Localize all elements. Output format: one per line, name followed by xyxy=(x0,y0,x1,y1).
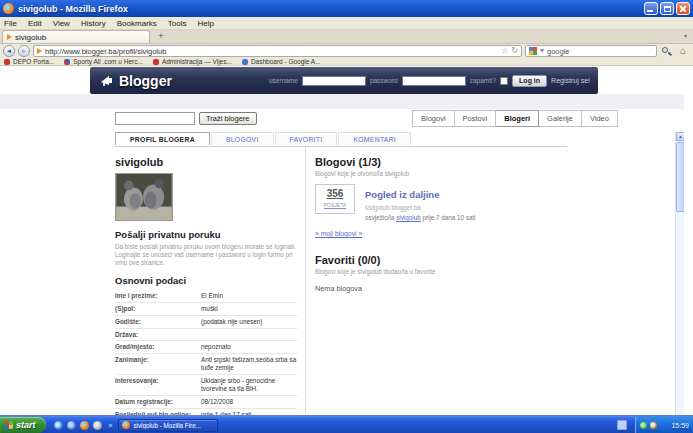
close-button[interactable] xyxy=(676,2,690,15)
blogger-search-button[interactable]: Traži blogere xyxy=(199,112,257,125)
reload-icon[interactable]: ↻ xyxy=(511,46,518,56)
menu-view[interactable]: View xyxy=(53,19,70,28)
screen: sivigolub - Mozilla Firefox File Edit Vi… xyxy=(0,0,693,433)
remember-checkbox[interactable] xyxy=(500,77,508,85)
tray-antivirus-icon[interactable] xyxy=(640,422,647,429)
start-button[interactable]: start xyxy=(0,417,46,433)
my-blogs-link[interactable]: » moji blogovi » xyxy=(315,230,362,237)
google-icon[interactable] xyxy=(529,47,537,55)
favorites-empty: Nema blogova xyxy=(315,284,573,293)
tab-strip: sivigolub + ▾ xyxy=(0,30,693,44)
firefox-icon[interactable] xyxy=(80,421,89,430)
page-icon xyxy=(7,34,12,40)
new-tab-button[interactable]: + xyxy=(153,31,169,43)
taskbar-window-button[interactable]: sivigolub - Mozilla Fire... xyxy=(118,419,218,432)
tab-blogeri[interactable]: Blogeri xyxy=(496,110,539,127)
menu-tools[interactable]: Tools xyxy=(168,19,187,28)
table-row: Godište: (podatak nije unesen) xyxy=(115,316,297,329)
window-title: sivigolub - Mozilla Firefox xyxy=(18,4,644,14)
system-tray: 15:59 xyxy=(635,417,693,433)
profile-column: sivigolub Pošalji privatnu poruku Da bis… xyxy=(115,156,297,415)
url-input[interactable] xyxy=(45,46,498,56)
password-label: password xyxy=(370,77,398,84)
search-go-icon[interactable] xyxy=(660,45,673,57)
username-field[interactable] xyxy=(302,76,366,86)
firefox-icon xyxy=(3,3,14,14)
bookmark-dashboard[interactable]: Dashboard - Google A... xyxy=(242,58,321,65)
blog-url: sivigolub.blogger.ba xyxy=(365,204,476,211)
scroll-up-icon[interactable]: ▲ xyxy=(676,132,684,141)
search-bar[interactable]: ▾ xyxy=(525,45,657,57)
blogs-subtitle: Blogovi koje je otvorio/la sivigolub xyxy=(315,170,573,177)
url-bar[interactable]: ☆ ↻ xyxy=(33,45,522,57)
pm-text: Da biste poslali privatnu poruku ovom bl… xyxy=(115,243,297,267)
menu-bookmarks[interactable]: Bookmarks xyxy=(117,19,157,28)
vertical-scrollbar[interactable]: ▲ ▼ xyxy=(675,132,684,415)
web-search-input[interactable] xyxy=(547,46,653,56)
tab-galerije[interactable]: Galerije xyxy=(539,110,582,127)
browser-icon[interactable] xyxy=(67,421,76,430)
bookmark-depo[interactable]: DEPO Porta... xyxy=(4,58,54,65)
clock: 15:59 xyxy=(671,422,689,429)
browser-tab-sivigolub[interactable]: sivigolub xyxy=(2,30,150,43)
media-player-icon[interactable] xyxy=(93,421,102,430)
tabs-underline xyxy=(115,146,567,147)
tab-blogovi-profila[interactable]: BLOGOVI xyxy=(211,132,274,145)
taskbar-badge[interactable] xyxy=(617,420,627,430)
list-all-tabs-icon[interactable]: ▾ xyxy=(684,30,687,43)
megaphone-icon xyxy=(100,74,115,87)
blog-title-link[interactable]: Pogled iz daljine xyxy=(365,189,439,200)
basic-data-title: Osnovni podaci xyxy=(115,275,297,286)
tray-status-icon[interactable] xyxy=(650,422,657,429)
blog-updated: osvježio/la sivigolub prije 7 dana 10 sa… xyxy=(365,214,476,221)
minimize-button[interactable] xyxy=(644,2,658,15)
header-band xyxy=(0,94,684,109)
bookmark-star-icon[interactable]: ☆ xyxy=(501,46,508,56)
tab-video[interactable]: Video xyxy=(582,110,618,127)
password-field[interactable] xyxy=(402,76,466,86)
table-row: Ime i prezime: El Emin xyxy=(115,290,297,303)
blogger-logo[interactable]: Blogger xyxy=(100,73,172,89)
profile-tabs: PROFIL BLOGERA BLOGOVI FAVORITI KOMENTAR… xyxy=(115,132,411,145)
firefox-icon xyxy=(122,421,130,429)
login-button[interactable]: Log in xyxy=(512,75,547,87)
tab-profil-blogera[interactable]: PROFIL BLOGERA xyxy=(115,132,210,145)
navigation-bar: ◄ ► ☆ ↻ ▾ ⌂ xyxy=(0,44,693,58)
bookmarks-bar: DEPO Porta... Sporty All .com u Herc... … xyxy=(0,58,693,66)
bookmark-administracija[interactable]: Administracija — Vijes... xyxy=(153,58,232,65)
register-link[interactable]: Registruj se! xyxy=(551,77,590,84)
tab-postovi[interactable]: Postovi xyxy=(455,110,497,127)
tab-komentari[interactable]: KOMENTARI xyxy=(338,132,411,145)
favicon-icon xyxy=(64,59,70,65)
internet-explorer-icon[interactable] xyxy=(54,421,63,430)
search-engine-dropdown-icon[interactable]: ▾ xyxy=(540,46,544,56)
back-button[interactable]: ◄ xyxy=(3,45,15,57)
profile-table: Ime i prezime: El Emin (S)pol: muški God… xyxy=(115,290,297,415)
login-form: username password zapamti? Log in Regist… xyxy=(269,75,590,87)
tab-favoriti[interactable]: FAVORITI xyxy=(275,132,338,145)
window-titlebar: sivigolub - Mozilla Firefox xyxy=(0,0,693,17)
menu-file[interactable]: File xyxy=(4,19,17,28)
table-row: Država: xyxy=(115,329,297,341)
bookmark-sport[interactable]: Sporty All .com u Herc... xyxy=(64,58,143,65)
menu-edit[interactable]: Edit xyxy=(28,19,42,28)
menu-help[interactable]: Help xyxy=(197,19,213,28)
blog-author-link[interactable]: sivigolub xyxy=(396,214,421,221)
visits-count: 356 xyxy=(316,188,354,199)
home-icon[interactable]: ⌂ xyxy=(676,45,690,57)
restore-button[interactable] xyxy=(660,2,674,15)
scrollbar-thumb[interactable] xyxy=(676,142,684,212)
site-nav-tabs: Blogovi Postovi Blogeri Galerije Video xyxy=(412,110,618,127)
column-divider xyxy=(305,147,306,413)
quick-launch: » xyxy=(54,421,113,430)
visits-label[interactable]: POSJETA xyxy=(316,202,354,208)
tab-blogovi[interactable]: Blogovi xyxy=(412,110,455,127)
blogger-search-input[interactable] xyxy=(115,112,195,125)
taskbar: start » sivigolub - Mozilla Fire... 15:5… xyxy=(0,417,693,433)
favicon-icon xyxy=(4,59,10,65)
table-row: Zanimanje: Anti srpski fašizam,seoba srb… xyxy=(115,354,297,375)
quick-launch-more-icon[interactable]: » xyxy=(109,422,113,429)
menu-history[interactable]: History xyxy=(81,19,106,28)
forward-button[interactable]: ► xyxy=(18,45,30,57)
menu-bar: File Edit View History Bookmarks Tools H… xyxy=(0,17,693,30)
